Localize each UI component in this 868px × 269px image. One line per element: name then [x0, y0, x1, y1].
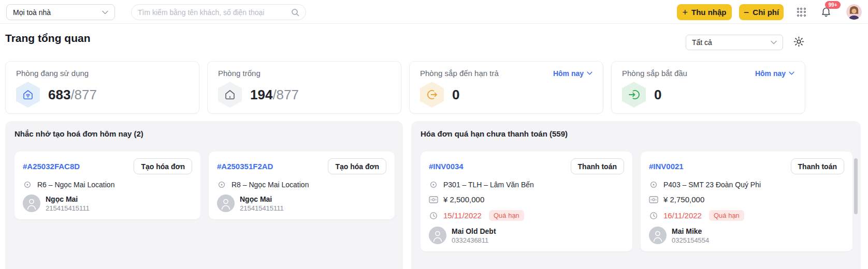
reminders-panel-title: Nhắc nhở tạo hoá đơn hôm nay (2) [15, 129, 395, 138]
tenant-phone: 0325154554 [672, 236, 709, 244]
invoice-reminders-panel: Nhắc nhở tạo hoá đơn hôm nay (2) #A25032… [5, 121, 403, 269]
reminder-card: #A25032FAC8D Tạo hóa đơn R6 – Ngọc Mai L… [15, 152, 200, 219]
notification-count-badge: 99+ [825, 1, 841, 9]
stat-cards-row: Phòng đang sử dụng 683/877 Phòng trống [5, 61, 805, 114]
overdue-invoice-card: #INV0034 Thanh toán P301 – TLH – Lâm Văn… [421, 152, 632, 251]
period-dropdown[interactable]: Hôm nay [755, 69, 794, 78]
stat-label: Phòng đang sử dụng [16, 69, 89, 78]
stat-card-rooms-starting: Phòng sắp bắt đầu Hôm nay 0 [611, 61, 805, 114]
settings-gear-icon[interactable] [793, 36, 805, 48]
chevron-down-icon [102, 10, 108, 14]
room-location: R6 – Ngọc Mai Location [37, 181, 114, 189]
stat-card-rooms-vacant: Phòng trống 194/877 [207, 61, 401, 114]
overdue-status-badge: Quá hạn [489, 210, 524, 221]
stat-value: 0 [654, 87, 661, 103]
due-date: 16/11/2022 [663, 211, 702, 220]
tenant-name: Ngọc Mai [240, 195, 284, 203]
apps-grid-icon[interactable] [797, 8, 806, 17]
overdue-status-badge: Quá hạn [709, 210, 744, 221]
overdue-invoices-panel: Hóa đơn quá hạn chưa thanh toán (559) #I… [411, 121, 861, 269]
tenant-avatar [649, 227, 667, 244]
stat-value: 683/877 [48, 87, 97, 103]
clock-icon [649, 212, 658, 220]
contract-code-link[interactable]: #A250351F2AD [217, 162, 273, 171]
room-location: P403 – SMT 23 Đoàn Quý Phi [663, 181, 761, 189]
location-icon [23, 181, 32, 189]
tenant-phone: 215415415111 [240, 204, 284, 212]
income-button[interactable]: + Thu nhập [677, 4, 732, 20]
checkout-arrow-icon [420, 82, 444, 108]
stat-card-rooms-in-use: Phòng đang sử dụng 683/877 [5, 61, 199, 114]
pay-button[interactable]: Thanh toán [791, 158, 844, 174]
location-icon [217, 181, 226, 189]
home-wifi-icon [16, 82, 40, 108]
tenant-avatar [217, 195, 235, 212]
chevron-down-icon [771, 40, 777, 44]
home-icon [218, 82, 242, 108]
page-title: Trang tổng quan [5, 32, 90, 44]
tenant-avatar [429, 227, 446, 244]
top-bar: Mọi toà nhà + Thu nhập − Chi phí 99+ [0, 0, 868, 24]
reminder-card: #A250351F2AD Tạo hóa đơn R8 – Ngọc Mai L… [209, 152, 395, 219]
search-input[interactable] [138, 8, 291, 17]
stat-value: 194/877 [250, 87, 299, 103]
minus-icon: − [744, 8, 749, 17]
invoice-amount: ¥ 2,500,000 [443, 195, 484, 204]
overdue-panel-title: Hóa đơn quá hạn chưa thanh toán (559) [421, 129, 852, 138]
overdue-invoice-card: #INV0021 Thanh toán P403 – SMT 23 Đoàn Q… [641, 152, 852, 251]
user-avatar[interactable] [846, 4, 862, 20]
stat-label: Phòng trống [218, 69, 261, 78]
plus-icon: + [682, 8, 688, 17]
invoice-code-link[interactable]: #INV0021 [649, 162, 684, 171]
tenant-name: Ngọc Mai [46, 195, 90, 203]
search-box [131, 4, 306, 20]
period-dropdown[interactable]: Hôm nay [553, 69, 592, 78]
stat-value: 0 [452, 87, 459, 103]
search-icon[interactable] [291, 8, 299, 17]
filter-dropdown-value: Tất cả [692, 38, 712, 47]
tenant-name: Mai Mike [672, 227, 709, 235]
tenant-phone: 0332436811 [452, 236, 496, 244]
pay-button[interactable]: Thanh toán [571, 158, 624, 174]
filter-dropdown[interactable]: Tất cả [686, 35, 783, 50]
create-invoice-button[interactable]: Tạo hóa đơn [328, 158, 386, 174]
invoice-amount: ¥ 2,750,000 [663, 195, 704, 204]
due-date: 15/11/2022 [443, 211, 482, 220]
tenant-avatar [23, 195, 40, 212]
tenant-name: Mai Old Debt [452, 227, 496, 235]
banknote-icon [649, 196, 658, 203]
stat-label: Phòng sắp bắt đầu [622, 69, 687, 78]
invoice-code-link[interactable]: #INV0034 [429, 162, 464, 171]
room-location: R8 – Ngọc Mai Location [232, 181, 309, 189]
checkin-arrow-icon [622, 82, 646, 108]
banknote-icon [429, 196, 438, 203]
create-invoice-button[interactable]: Tạo hóa đơn [134, 158, 192, 174]
clock-icon [429, 212, 438, 220]
stat-label: Phòng sắp đến hạn trả [420, 69, 499, 78]
contract-code-link[interactable]: #A25032FAC8D [23, 162, 80, 171]
expense-button[interactable]: − Chi phí [739, 4, 784, 20]
tenant-phone: 215415415111 [46, 204, 90, 212]
stat-card-rooms-due-checkout: Phòng sắp đến hạn trả Hôm nay 0 [409, 61, 603, 114]
scrollbar-thumb[interactable] [854, 158, 858, 214]
location-icon [429, 181, 438, 189]
location-icon [649, 181, 658, 189]
room-location: P301 – TLH – Lâm Văn Bến [443, 181, 534, 189]
building-selector[interactable]: Mọi toà nhà [6, 4, 115, 20]
building-selector-value: Mọi toà nhà [13, 8, 51, 17]
